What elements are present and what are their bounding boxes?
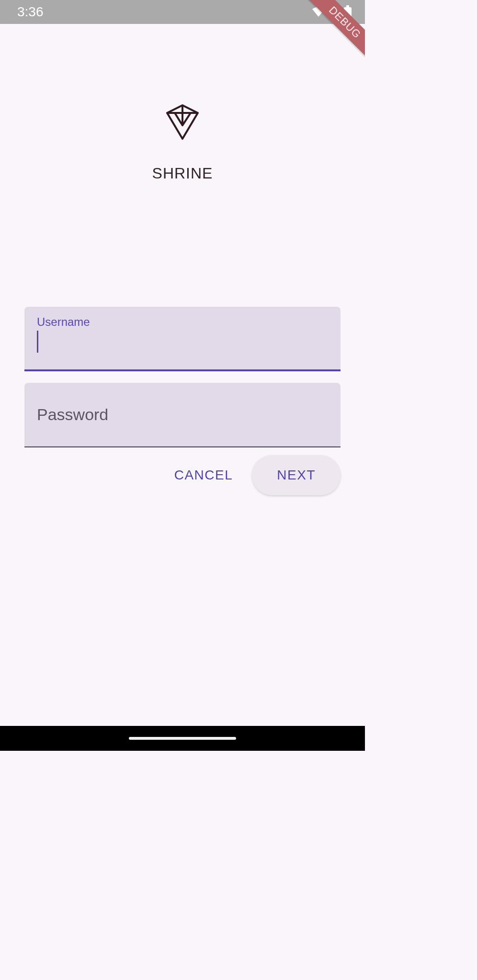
android-nav-bar bbox=[0, 726, 365, 751]
username-field[interactable]: Username bbox=[24, 307, 341, 371]
text-cursor bbox=[37, 331, 38, 353]
cancel-button[interactable]: CANCEL bbox=[169, 456, 239, 494]
button-row: CANCEL NEXT bbox=[24, 455, 341, 495]
svg-rect-1 bbox=[346, 5, 349, 8]
status-bar: 3:36 bbox=[0, 0, 365, 24]
password-field[interactable]: Password bbox=[24, 383, 341, 447]
next-button[interactable]: NEXT bbox=[252, 455, 341, 495]
logo-block: SHRINE bbox=[152, 104, 213, 182]
login-screen: SHRINE Username Password CANCEL NEXT bbox=[0, 24, 365, 495]
status-time: 3:36 bbox=[17, 4, 44, 20]
username-label: Username bbox=[37, 315, 328, 329]
app-name: SHRINE bbox=[152, 165, 213, 182]
diamond-logo-icon bbox=[165, 104, 200, 140]
nav-handle[interactable] bbox=[129, 737, 236, 740]
